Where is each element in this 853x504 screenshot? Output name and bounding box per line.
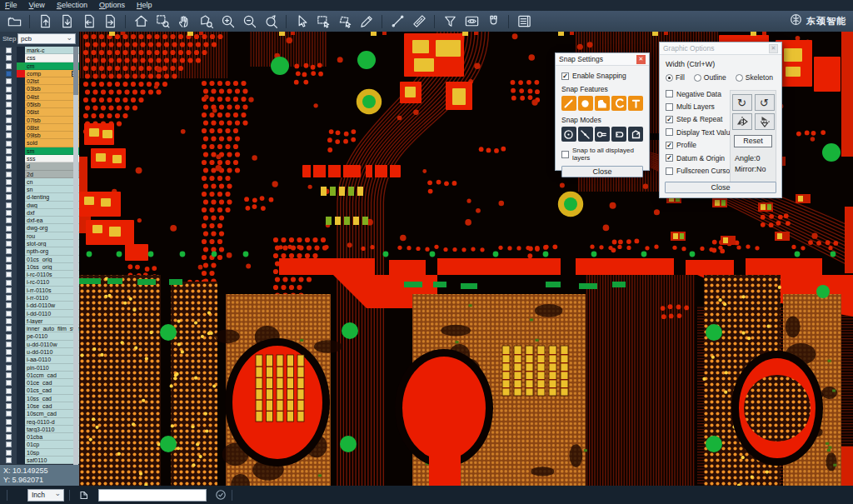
layer-visibility-checkbox[interactable] [6, 334, 12, 340]
layer-row-06lst[interactable]: 06lst [0, 108, 79, 116]
layer-row-i-rc-0110s[interactable]: i-rc-0110s [0, 271, 79, 278]
zoom-home-button[interactable] [130, 12, 152, 31]
layer-visibility-checkbox[interactable] [6, 210, 12, 216]
layer-visibility-checkbox[interactable] [6, 403, 12, 409]
layer-visibility-checkbox[interactable] [6, 372, 12, 378]
layer-row-reg-0110-d[interactable]: reg-0110-d [0, 418, 79, 426]
layer-row-cm[interactable]: cm [0, 62, 79, 70]
layer-row-10se_cad[interactable]: 10se_cad [0, 402, 79, 410]
layer-row-d[interactable]: d [0, 162, 79, 170]
mirror-vertical-button[interactable] [755, 113, 775, 130]
menu-file[interactable]: File [5, 0, 17, 11]
layer-row-pin-0110[interactable]: pin-0110 [0, 364, 79, 372]
layer-visibility-checkbox[interactable] [6, 427, 12, 432]
draw-line-button[interactable] [387, 12, 408, 31]
layer-row-u-dd-0110w[interactable]: u-dd-0110w [0, 341, 79, 348]
layer-visibility-checkbox[interactable] [6, 295, 12, 301]
layer-visibility-checkbox[interactable] [6, 47, 12, 53]
layer-row-i-rr-0110s[interactable]: i-rr-0110s [0, 287, 79, 294]
option-checkbox[interactable] [666, 90, 673, 97]
layer-visibility-checkbox[interactable] [6, 411, 12, 417]
layer-visibility-checkbox[interactable] [6, 156, 12, 162]
layer-visibility-checkbox[interactable] [6, 179, 12, 185]
layer-row-dxf[interactable]: dxf [0, 209, 79, 217]
layer-row-02lst[interactable]: 02lst [0, 77, 79, 85]
snap-surface-button[interactable] [595, 96, 610, 111]
layer-row-10scm_cad[interactable]: 10scm_cad [0, 410, 79, 417]
layer-row-mark-c[interactable]: mark-c [0, 47, 79, 54]
rotate-cw-button[interactable]: ↻ [732, 94, 752, 111]
layer-row-sold[interactable]: sold [0, 139, 79, 147]
layer-visibility-checkbox[interactable] [6, 172, 12, 177]
apply-check-icon[interactable] [215, 489, 227, 501]
layer-row-targ3-0110[interactable]: targ3-0110 [0, 426, 79, 433]
layer-visibility-checkbox[interactable] [6, 287, 12, 293]
layer-row-rou[interactable]: rou [0, 232, 79, 240]
layer-visibility-checkbox[interactable] [6, 141, 12, 147]
layer-row-sss[interactable]: sss [0, 155, 79, 162]
open-file-button[interactable] [3, 12, 25, 31]
layer-row-d-tenting[interactable]: d-tenting [0, 193, 79, 201]
layer-row-dxf-ea[interactable]: dxf-ea [0, 217, 79, 224]
layer-row-dwg[interactable]: dwg [0, 202, 79, 209]
layer-visibility-checkbox[interactable] [6, 233, 12, 239]
snap-line-button[interactable] [561, 96, 576, 111]
pcb-canvas[interactable]: Snap Settings ✕ Enable Snapping Snap Fea… [79, 32, 853, 486]
snap-line-point-button[interactable] [578, 127, 593, 142]
snap-symbol-button[interactable] [595, 127, 610, 142]
layer-visibility-checkbox[interactable] [6, 342, 12, 347]
layer-row-sn[interactable]: sn [0, 186, 79, 193]
layer-row-01cba[interactable]: 01cba [0, 433, 79, 441]
layer-row-i-dd-0110[interactable]: i-dd-0110 [0, 310, 79, 317]
layer-visibility-checkbox[interactable] [6, 326, 12, 332]
layer-visibility-checkbox[interactable] [6, 187, 12, 192]
snap-text-button[interactable] [628, 96, 643, 111]
radio-outline[interactable] [694, 74, 701, 82]
reset-button[interactable]: Reset [734, 135, 772, 147]
select-rectangle-button[interactable] [312, 12, 334, 31]
layer-row-01cp[interactable]: 01cp [0, 441, 79, 448]
layer-visibility-checkbox[interactable] [6, 264, 12, 270]
snap-toggle-button[interactable] [482, 12, 504, 31]
snap-close-button[interactable]: Close [561, 166, 643, 177]
layer-row-cn[interactable]: cn [0, 178, 79, 186]
layer-row-pe-0110[interactable]: pe-0110 [0, 332, 79, 340]
option-negative-data[interactable]: Negative Data [666, 87, 736, 100]
option-checkbox[interactable] [666, 128, 673, 136]
snap-pad-button[interactable] [578, 96, 593, 111]
layer-visibility-checkbox[interactable] [6, 280, 12, 286]
layer-row-05lsb[interactable]: 05lsb [0, 101, 79, 108]
layer-visibility-checkbox[interactable] [6, 457, 12, 463]
layer-row-i-dd-0110w[interactable]: i-dd-0110w [0, 302, 79, 309]
layer-visibility-checkbox[interactable] [6, 63, 12, 69]
import-up-button[interactable] [34, 12, 56, 31]
import-down-button[interactable] [56, 12, 77, 31]
option-checkbox[interactable] [666, 142, 673, 149]
layer-visibility-checkbox[interactable] [6, 272, 12, 277]
mirror-horizontal-button[interactable] [732, 113, 752, 130]
layer-visibility-checkbox[interactable] [6, 241, 12, 247]
layer-row-css[interactable]: css [0, 54, 79, 62]
menu-selection[interactable]: Selection [57, 0, 87, 11]
step-select[interactable]: pcb [17, 33, 76, 44]
snap-dialog-titlebar[interactable]: Snap Settings ✕ [556, 53, 649, 66]
layer-row-slot-org[interactable]: slot-org [0, 240, 79, 247]
graphic-close-button[interactable]: Close [665, 182, 776, 193]
unit-select[interactable]: Inch [27, 489, 64, 502]
option-multi-layers[interactable]: Multi Layers [666, 100, 736, 112]
layer-row-09lsb[interactable]: 09lsb [0, 132, 79, 139]
menu-options[interactable]: Options [99, 0, 125, 11]
layer-row-comp[interactable]: comp [0, 70, 79, 77]
layer-visibility-checkbox[interactable] [6, 55, 12, 61]
layer-row-08lst[interactable]: 08lst [0, 124, 79, 132]
layer-visibility-checkbox[interactable] [6, 94, 12, 100]
layer-visibility-checkbox[interactable] [6, 117, 12, 123]
layer-row-2d[interactable]: 2d [0, 171, 79, 178]
measure-distance-button[interactable] [408, 12, 430, 31]
layer-visibility-checkbox[interactable] [6, 217, 12, 223]
layer-visibility-checkbox[interactable] [6, 302, 12, 308]
layer-list-scrollbar[interactable] [73, 47, 78, 465]
layer-visibility-checkbox[interactable] [6, 419, 12, 425]
close-icon[interactable]: ✕ [636, 55, 646, 64]
layer-row-inner_auto_film_symb[interactable]: inner_auto_film_symb [0, 325, 79, 332]
